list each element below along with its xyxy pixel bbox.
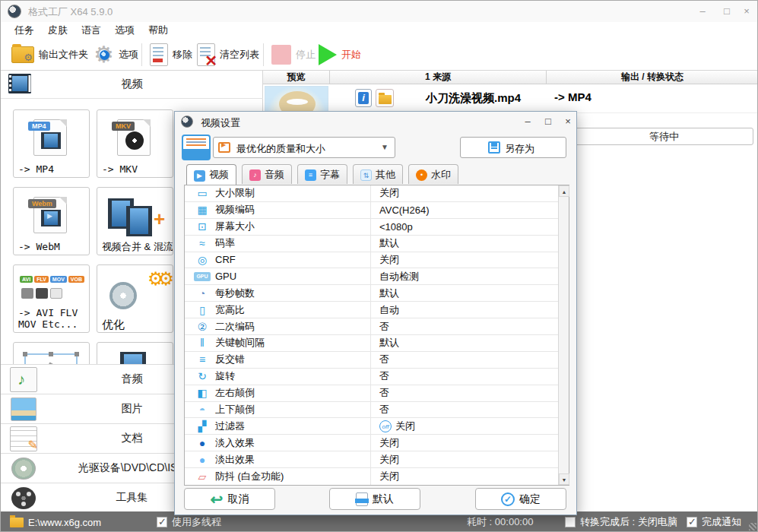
remove-button[interactable]: 移除 <box>150 39 192 71</box>
default-label: 默认 <box>373 492 394 506</box>
profile-value: 最优化的质量和大小 <box>236 142 325 156</box>
setting-value: 否 <box>379 403 389 416</box>
menu-item-3[interactable]: 选项 <box>115 22 135 39</box>
queue-column-0[interactable]: 预览 <box>263 71 330 84</box>
shutdown-option[interactable]: 转换完成后 : 关闭电脑 <box>565 511 677 532</box>
menu-item-4[interactable]: 帮助 <box>148 22 168 39</box>
setting-label: 大小限制 <box>215 186 255 200</box>
fade-in-icon: ● <box>195 437 209 449</box>
notify-checkbox[interactable] <box>687 517 697 527</box>
output-folder-button[interactable]: ⚙ 输出文件夹 <box>11 39 88 71</box>
dialog-minimize-button[interactable]: – <box>519 115 536 129</box>
setting-row-3[interactable]: ≈码率默认 <box>185 236 559 252</box>
close-button[interactable]: × <box>737 4 756 19</box>
setting-row-4[interactable]: ◎CRF关闭 <box>185 252 559 269</box>
setting-row-16[interactable]: ●淡出效果关闭 <box>185 451 559 468</box>
gear-icon: ⚙ <box>94 43 114 67</box>
tab-水印[interactable]: •水印 <box>408 164 458 184</box>
size-limit-icon: ▭ <box>195 187 209 199</box>
stop-button[interactable]: 停止 <box>271 39 316 71</box>
column-divider <box>370 219 371 235</box>
play-icon <box>319 44 337 65</box>
setting-row-8[interactable]: ②二次编码否 <box>185 318 559 335</box>
maximize-button[interactable]: □ <box>717 4 737 19</box>
setting-row-15[interactable]: ●淡入效果关闭 <box>185 435 559 451</box>
setting-row-6[interactable]: ◔每秒帧数默认 <box>185 285 559 302</box>
dialog-close-button[interactable]: × <box>560 115 576 129</box>
setting-value: 自动检测 <box>379 270 419 283</box>
cancel-button[interactable]: ↩ 取消 <box>184 488 275 510</box>
format-tile-0[interactable]: MP4-> MP4 <box>13 109 90 178</box>
multithread-checkbox[interactable] <box>157 517 167 527</box>
minimize-button[interactable]: – <box>693 4 712 19</box>
tile-label: -> MP4 <box>18 163 54 175</box>
menu-item-2[interactable]: 语言 <box>81 22 101 39</box>
window-title: 格式工厂 X64 5.9.0 <box>28 5 113 19</box>
scroll-up-icon[interactable]: ▲ <box>559 185 569 197</box>
watermark-tab-icon: • <box>416 168 427 181</box>
setting-row-9[interactable]: ‖关键帧间隔默认 <box>185 335 559 352</box>
setting-label: 淡入效果 <box>215 436 255 450</box>
tab-其他[interactable]: ⇅其他 <box>353 164 403 184</box>
task-row[interactable]: i 小刀洗澡视频.mp4 -> MP4 等待中 <box>263 84 758 113</box>
dialog-logo-icon <box>181 116 193 128</box>
format-tile-4[interactable]: AVIFLVMOVVOB-> AVI FLV MOV Etc... <box>13 264 90 333</box>
settings-scrollbar[interactable]: ▲ ▼ <box>558 185 569 485</box>
setting-value: 自动 <box>379 303 399 317</box>
setting-row-13[interactable]: ◓上下颠倒否 <box>185 402 559 419</box>
info-icon[interactable]: i <box>355 89 372 107</box>
setting-value: 关闭 <box>379 470 399 483</box>
dialog-title: 视频设置 <box>201 116 240 130</box>
options-label: 选项 <box>119 48 138 62</box>
queue-column-2[interactable]: 输出 / 转换状态 <box>547 71 758 84</box>
output-path-item[interactable]: E:\www.x6g.com <box>10 511 101 532</box>
video-category-header[interactable]: 视频 <box>1 71 263 99</box>
tab-label: 其他 <box>376 168 395 182</box>
ok-button[interactable]: ✓ 确定 <box>475 488 566 510</box>
tab-视频[interactable]: ▶视频 <box>186 164 236 185</box>
scroll-down-icon[interactable]: ▼ <box>559 473 569 485</box>
options-button[interactable]: ⚙ 选项 <box>94 39 138 71</box>
toolbar: ⚙ 输出文件夹 ⚙ 选项 移除 ✕ 清空列表 停止 开始 <box>1 39 758 71</box>
menu-item-1[interactable]: 皮肤 <box>48 22 68 39</box>
profile-tray-icon <box>182 135 211 160</box>
setting-row-2[interactable]: ⊡屏幕大小<1080p <box>185 219 559 236</box>
multithread-label: 使用多线程 <box>172 515 221 529</box>
start-label: 开始 <box>341 48 361 62</box>
open-folder-icon[interactable] <box>376 89 394 107</box>
clear-list-button[interactable]: ✕ 清空列表 <box>197 39 259 71</box>
video-tab-icon: ▶ <box>194 169 205 182</box>
notify-option[interactable]: 完成通知 <box>687 511 741 532</box>
dialog-maximize-button[interactable]: □ <box>540 115 557 129</box>
format-tile-2[interactable]: Webm-> WebM <box>13 187 90 255</box>
format-tile-3[interactable]: +视频合并 & 混流 <box>97 187 173 255</box>
setting-value: 否 <box>379 353 389 366</box>
save-as-button[interactable]: 另存为 <box>460 137 566 158</box>
setting-row-17[interactable]: ▱防抖 (白金功能)关闭 <box>185 468 559 485</box>
format-tile-5[interactable]: ⚙⚙优化 <box>97 264 173 333</box>
setting-row-7[interactable]: ▯宽高比自动 <box>185 302 559 318</box>
resize-grip[interactable] <box>749 523 756 530</box>
default-button[interactable]: 默认 <box>329 488 420 510</box>
setting-row-1[interactable]: ▦视频编码AVC(H264) <box>185 202 559 219</box>
menu-item-0[interactable]: 任务 <box>14 22 34 39</box>
setting-row-14[interactable]: ▞过滤器off关闭 <box>185 418 559 435</box>
tab-label: 字幕 <box>320 168 340 182</box>
setting-label: GPU <box>215 271 236 282</box>
save-as-label: 另存为 <box>505 142 534 156</box>
shutdown-checkbox[interactable] <box>565 517 576 527</box>
queue-column-1[interactable]: 1 来源 <box>330 71 547 84</box>
setting-row-0[interactable]: ▭大小限制关闭 <box>185 185 559 202</box>
tab-字幕[interactable]: ≡字幕 <box>297 164 347 184</box>
setting-row-12[interactable]: ◧左右颠倒否 <box>185 385 559 402</box>
output-folder-label: 输出文件夹 <box>39 48 88 62</box>
setting-row-10[interactable]: ≡反交错否 <box>185 352 559 369</box>
profile-dropdown[interactable]: 最优化的质量和大小 ▼ <box>213 137 395 158</box>
setting-row-11[interactable]: ↻旋转否 <box>185 369 559 385</box>
toolbar-separator <box>263 43 264 66</box>
column-divider <box>370 268 371 284</box>
start-button[interactable]: 开始 <box>319 39 361 71</box>
tab-音频[interactable]: ♪音频 <box>242 164 292 184</box>
format-tile-1[interactable]: MKV-> MKV <box>97 109 173 178</box>
setting-row-5[interactable]: GPUGPU自动检测 <box>185 268 559 285</box>
